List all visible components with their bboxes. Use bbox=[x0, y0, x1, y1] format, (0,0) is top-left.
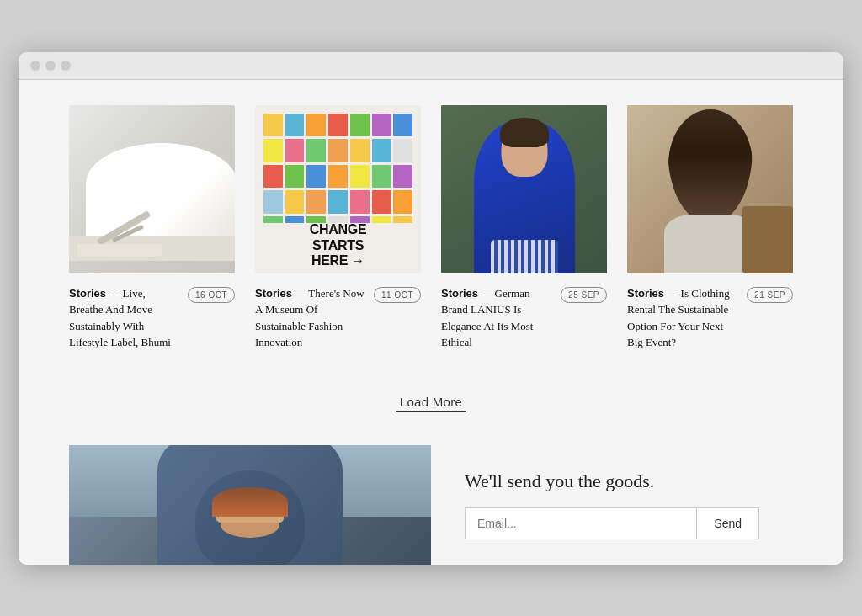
card-1-label-bold: Stories bbox=[69, 287, 106, 300]
card-1-date: 16 OCT bbox=[188, 287, 235, 303]
card-2-date: 11 OCT bbox=[374, 287, 421, 303]
browser-dot-red bbox=[30, 61, 40, 71]
load-more-section: Load More bbox=[69, 385, 793, 445]
card-3-text: Stories — German Brand LANIUS Is Eleganc… bbox=[441, 285, 554, 351]
card-1-text: Stories — Live, Breathe And Move Sustain… bbox=[69, 285, 181, 351]
card-2-label: Stories — There's Now A Museum Of Sustai… bbox=[255, 287, 364, 349]
card-3-date: 25 SEP bbox=[561, 287, 607, 303]
newsletter-title: We'll send you the goods. bbox=[465, 470, 759, 492]
newsletter-section: We'll send you the goods. Send bbox=[69, 445, 793, 565]
send-button[interactable]: Send bbox=[697, 507, 759, 539]
change-line1: CHANGE bbox=[310, 222, 367, 237]
load-more-button[interactable]: Load More bbox=[396, 393, 466, 412]
email-form: Send bbox=[465, 507, 759, 539]
card-2-text: Stories — There's Now A Museum Of Sustai… bbox=[255, 285, 367, 351]
browser-dot-green bbox=[61, 61, 71, 71]
card-4-text: Stories — Is Clothing Rental The Sustain… bbox=[627, 285, 740, 351]
browser-window: Stories — Live, Breathe And Move Sustain… bbox=[19, 52, 843, 565]
card-4-date: 21 SEP bbox=[747, 287, 793, 303]
card-3: Stories — German Brand LANIUS Is Eleganc… bbox=[441, 105, 607, 351]
page-content: Stories — Live, Breathe And Move Sustain… bbox=[19, 80, 843, 565]
browser-dot-yellow bbox=[45, 61, 56, 71]
change-line2: STARTS bbox=[310, 238, 367, 253]
sticky-notes-grid bbox=[263, 114, 412, 240]
card-2: CHANGE STARTS HERE → Stories — There's N… bbox=[255, 105, 421, 351]
card-3-meta: Stories — German Brand LANIUS Is Eleganc… bbox=[441, 285, 607, 351]
card-4-label: Stories — Is Clothing Rental The Sustain… bbox=[627, 287, 730, 349]
card-3-image[interactable] bbox=[441, 105, 607, 273]
card-2-meta: Stories — There's Now A Museum Of Sustai… bbox=[255, 285, 421, 351]
card-1-meta: Stories — Live, Breathe And Move Sustain… bbox=[69, 285, 235, 351]
card-1-label: Stories — Live, Breathe And Move Sustain… bbox=[69, 287, 171, 349]
newsletter-form-area: We'll send you the goods. Send bbox=[431, 445, 793, 565]
card-4-image[interactable] bbox=[627, 105, 793, 273]
card-2-label-bold: Stories bbox=[255, 287, 292, 300]
card-4: Stories — Is Clothing Rental The Sustain… bbox=[627, 105, 793, 351]
email-input[interactable] bbox=[465, 507, 697, 539]
cards-grid: Stories — Live, Breathe And Move Sustain… bbox=[69, 105, 793, 351]
card-4-meta: Stories — Is Clothing Rental The Sustain… bbox=[627, 285, 793, 351]
card-4-label-bold: Stories bbox=[627, 287, 664, 300]
card-1-image[interactable] bbox=[69, 105, 235, 273]
card-2-image[interactable]: CHANGE STARTS HERE → bbox=[255, 105, 421, 273]
browser-chrome bbox=[19, 52, 843, 80]
card-3-label: Stories — German Brand LANIUS Is Eleganc… bbox=[441, 287, 533, 349]
change-line3: HERE → bbox=[310, 253, 367, 268]
newsletter-image bbox=[69, 445, 431, 565]
card-3-label-bold: Stories bbox=[441, 287, 478, 300]
card-1: Stories — Live, Breathe And Move Sustain… bbox=[69, 105, 235, 351]
